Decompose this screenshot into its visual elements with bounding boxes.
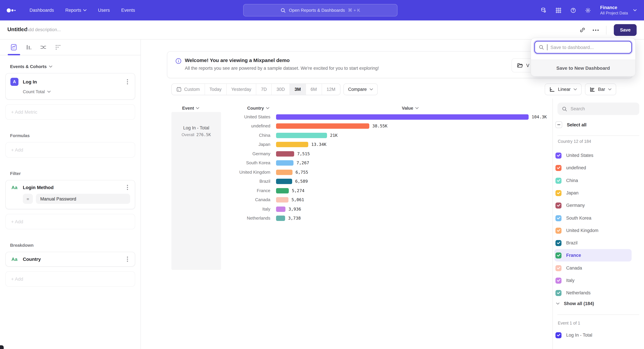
data-management-icon[interactable] [541, 7, 546, 13]
country-column-header[interactable]: Country [247, 106, 269, 111]
bar-undefined[interactable] [276, 123, 369, 129]
filter-operator[interactable]: = [23, 194, 33, 204]
legend-event-row[interactable]: Log In - Total [554, 329, 632, 341]
range-today[interactable]: Today [205, 84, 226, 95]
add-breakdown-button[interactable]: + Add [5, 271, 135, 287]
events-section-header[interactable]: Events & Cohorts [10, 64, 140, 69]
add-formula-button[interactable]: + Add [5, 142, 135, 158]
legend-row-germany[interactable]: Germany [554, 199, 632, 212]
range-custom[interactable]: Custom [172, 84, 205, 95]
event-checkbox[interactable] [556, 332, 562, 338]
breakdown-property-name[interactable]: Country [23, 257, 120, 262]
nav-dashboards[interactable]: Dashboards [30, 8, 54, 13]
country-checkbox[interactable] [556, 277, 562, 284]
legend-row-italy[interactable]: Italy [554, 274, 632, 287]
country-label: Canada [566, 266, 582, 271]
legend-row-france[interactable]: France [554, 249, 632, 262]
legend-row-undefined[interactable]: undefined [554, 162, 632, 174]
event-column-header[interactable]: Event [182, 106, 200, 111]
show-all-button[interactable]: Show all (184) [556, 301, 594, 306]
country-checkbox[interactable] [556, 202, 562, 208]
country-checkbox[interactable] [556, 240, 562, 246]
legend-search-input[interactable]: Search [558, 103, 639, 115]
add-filter-button[interactable]: + Add [5, 214, 135, 229]
nav-users[interactable]: Users [98, 8, 110, 13]
bar-japan[interactable] [276, 142, 308, 147]
help-icon[interactable] [571, 7, 576, 13]
save-to-new-dashboard-button[interactable]: Save to New Dashboard [531, 60, 635, 76]
breakdown-menu-icon[interactable] [125, 257, 130, 262]
filter-menu-icon[interactable] [125, 185, 130, 190]
bar-china[interactable] [276, 133, 327, 138]
legend-row-canada[interactable]: Canada [554, 262, 632, 274]
nav-reports[interactable]: Reports [66, 8, 87, 13]
bar-netherlands[interactable] [276, 216, 285, 221]
legend-row-south-korea[interactable]: South Korea [554, 212, 632, 224]
legend-row-brazil[interactable]: Brazil [554, 237, 632, 249]
bar-italy[interactable] [276, 207, 286, 212]
chat-widget-corner[interactable] [0, 345, 4, 349]
scale-select[interactable]: Linear [545, 83, 582, 95]
range-7d[interactable]: 7D [256, 84, 272, 95]
more-options-icon[interactable] [593, 29, 599, 31]
project-name: Finance [600, 5, 628, 11]
compare-button[interactable]: Compare [344, 83, 378, 95]
range-yesterday[interactable]: Yesterday [226, 84, 256, 95]
legend-row-china[interactable]: China [554, 174, 632, 187]
bar-brazil[interactable] [276, 179, 292, 184]
country-checkbox[interactable] [556, 190, 562, 196]
bar-france[interactable] [276, 188, 289, 193]
tab-insights[interactable] [10, 43, 18, 51]
bar-united-states[interactable] [276, 114, 528, 120]
filter-property-name[interactable]: Login Method [23, 185, 120, 190]
copy-link-icon[interactable] [580, 27, 586, 33]
add-description[interactable]: + Add description... [22, 27, 61, 32]
bar-united-kingdom[interactable] [276, 170, 292, 175]
project-switcher[interactable]: Finance All Project Data [600, 5, 636, 15]
country-checkbox[interactable] [556, 290, 562, 296]
legend-row-united-kingdom[interactable]: United Kingdom [554, 224, 632, 237]
range-3m[interactable]: 3M [290, 84, 306, 95]
save-to-dashboard-input[interactable]: Save to dashboard... [534, 41, 632, 54]
aggregation-select[interactable]: Count Total [23, 89, 130, 94]
filter-card[interactable]: Aa Login Method = Manual Password [5, 180, 135, 209]
tab-funnels[interactable] [25, 43, 32, 51]
apps-grid-icon[interactable] [556, 7, 561, 13]
country-checkbox[interactable] [556, 228, 562, 234]
country-checkbox[interactable] [556, 152, 562, 158]
range-30d[interactable]: 30D [272, 84, 290, 95]
value-column-header[interactable]: Value [402, 106, 418, 111]
bar-germany[interactable] [276, 151, 294, 157]
add-metric-button[interactable]: + Add Metric [5, 104, 135, 120]
country-checkbox[interactable] [556, 265, 562, 271]
settings-gear-icon[interactable] [586, 7, 591, 13]
event-count-label: Event 1 of 1 [558, 321, 580, 326]
nav-events[interactable]: Events [121, 8, 135, 13]
mixpanel-logo-icon[interactable] [6, 7, 16, 13]
country-checkbox[interactable] [556, 178, 562, 184]
legend-row-netherlands[interactable]: Netherlands [554, 287, 632, 299]
range-12m[interactable]: 12M [322, 84, 340, 95]
select-all-checkbox[interactable]: Select all [556, 121, 586, 128]
chart-type-select[interactable]: Bar [585, 83, 616, 95]
bar-canada[interactable] [276, 197, 288, 203]
range-6m[interactable]: 6M [306, 84, 322, 95]
global-search-input[interactable]: Open Reports & Dashboards ⌘ + K [243, 4, 398, 16]
bar-category-label: Brazil [190, 179, 270, 184]
filter-value[interactable]: Manual Password [36, 194, 130, 204]
country-checkbox[interactable] [556, 215, 562, 221]
tab-flows[interactable] [40, 43, 47, 51]
tab-retention[interactable] [54, 43, 62, 51]
legend-row-japan[interactable]: Japan [554, 187, 632, 199]
metric-card[interactable]: A Log In Count Total [5, 73, 135, 100]
metric-menu-icon[interactable] [125, 79, 130, 84]
country-checkbox[interactable] [556, 252, 562, 258]
legend-row-united-states[interactable]: United States [554, 149, 632, 162]
chevron-down-icon [196, 107, 200, 109]
save-button[interactable]: Save [614, 24, 636, 36]
breakdown-card[interactable]: Aa Country [5, 252, 135, 267]
country-checkbox[interactable] [556, 165, 562, 171]
metric-event-name[interactable]: Log In [23, 79, 120, 84]
top-nav: Dashboards Reports Users Events Open Rep… [0, 0, 644, 20]
bar-south-korea[interactable] [276, 160, 294, 166]
